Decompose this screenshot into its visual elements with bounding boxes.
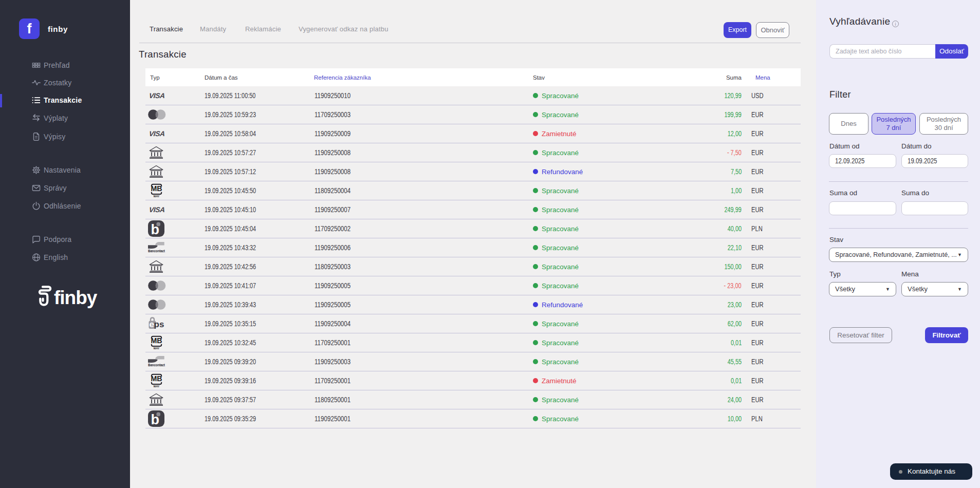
- svg-text:Bancontact: Bancontact: [148, 363, 165, 367]
- svg-text:finby: finby: [54, 287, 98, 308]
- svg-text:WAY: WAY: [154, 195, 160, 198]
- svg-text:MB: MB: [151, 184, 162, 193]
- svg-text:WAY: WAY: [154, 385, 160, 388]
- svg-text:MB: MB: [151, 374, 162, 383]
- svg-text:ps: ps: [154, 320, 164, 329]
- svg-text:MB: MB: [151, 336, 162, 345]
- svg-text:WAY: WAY: [154, 347, 160, 350]
- svg-text:Bancontact: Bancontact: [148, 249, 165, 253]
